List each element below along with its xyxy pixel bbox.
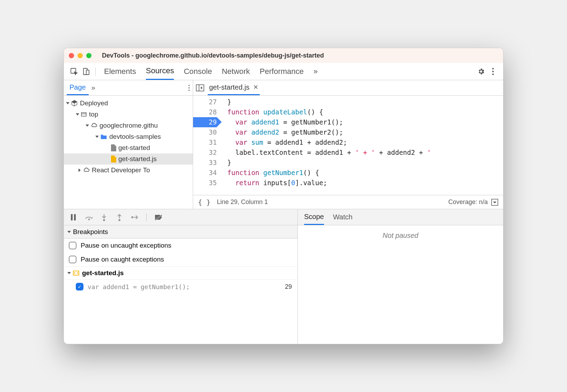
tree-react-ext[interactable]: React Developer To bbox=[64, 165, 193, 176]
tree-top[interactable]: top bbox=[64, 109, 193, 120]
svg-rect-15 bbox=[74, 214, 76, 220]
scope-tab[interactable]: Scope bbox=[304, 210, 324, 225]
script-icon bbox=[73, 271, 79, 276]
cloud-icon bbox=[90, 122, 97, 129]
page-tab[interactable]: Page bbox=[67, 81, 89, 95]
step-over-icon[interactable] bbox=[85, 213, 93, 221]
watch-tab[interactable]: Watch bbox=[333, 213, 353, 221]
code-lines[interactable]: }function updateLabel() { var addend1 = … bbox=[220, 96, 435, 195]
tree-domain[interactable]: googlechrome.githu bbox=[64, 120, 193, 131]
tree-folder[interactable]: devtools-samples bbox=[64, 131, 193, 142]
window-title: DevTools - googlechrome.github.io/devtoo… bbox=[102, 52, 324, 59]
breakpoint-file-header[interactable]: get-started.js bbox=[64, 266, 297, 280]
navigator-more-icon[interactable] bbox=[188, 85, 190, 91]
svg-point-8 bbox=[189, 90, 190, 91]
pause-uncaught-row[interactable]: Pause on uncaught exceptions bbox=[64, 239, 297, 252]
cloud-icon bbox=[83, 167, 90, 174]
deactivate-breakpoints-icon[interactable] bbox=[154, 213, 162, 221]
js-file-icon bbox=[111, 156, 116, 163]
step-icon[interactable] bbox=[131, 213, 139, 221]
tab-performance[interactable]: Performance bbox=[260, 63, 304, 80]
checkbox-checked-icon[interactable]: ✓ bbox=[76, 283, 83, 291]
navigator-overflow[interactable]: » bbox=[89, 81, 98, 95]
svg-point-17 bbox=[103, 219, 105, 221]
devtools-window: DevTools - googlechrome.github.io/devtoo… bbox=[64, 48, 503, 344]
device-toggle-icon[interactable] bbox=[80, 66, 92, 77]
cursor-position: Line 29, Column 1 bbox=[217, 198, 268, 206]
minimize-window-button[interactable] bbox=[78, 53, 83, 58]
svg-rect-9 bbox=[81, 113, 86, 116]
window-controls bbox=[69, 53, 91, 58]
pause-icon[interactable] bbox=[69, 213, 77, 221]
more-menu-icon[interactable] bbox=[487, 66, 499, 77]
debugger-right-panel: Scope Watch Not paused bbox=[298, 209, 503, 344]
settings-icon[interactable] bbox=[475, 66, 487, 77]
checkbox-unchecked-icon[interactable] bbox=[69, 256, 76, 263]
close-window-button[interactable] bbox=[69, 53, 74, 58]
svg-point-19 bbox=[131, 216, 133, 218]
code-editor: get-started.js ✕ 272829303132333435 }fun… bbox=[193, 80, 503, 209]
coverage-label: Coverage: n/a bbox=[448, 198, 488, 206]
file-tree: Deployed top googlechrome.githu devtools… bbox=[64, 96, 193, 209]
file-icon bbox=[111, 144, 116, 151]
tree-deployed[interactable]: Deployed bbox=[64, 98, 193, 109]
tab-network[interactable]: Network bbox=[222, 63, 250, 80]
editor-tabs: get-started.js ✕ bbox=[193, 80, 503, 96]
close-tab-icon[interactable]: ✕ bbox=[253, 83, 258, 91]
show-navigator-icon[interactable] bbox=[196, 84, 204, 91]
navigator-tabs: Page » bbox=[64, 80, 193, 96]
svg-point-18 bbox=[118, 219, 120, 221]
cube-icon bbox=[71, 100, 78, 107]
step-out-icon[interactable] bbox=[116, 213, 123, 221]
editor-status-bar: { } Line 29, Column 1 Coverage: n/a bbox=[193, 195, 503, 209]
svg-rect-2 bbox=[86, 70, 89, 75]
scope-watch-tabs: Scope Watch bbox=[298, 209, 503, 225]
step-into-icon[interactable] bbox=[100, 213, 108, 221]
tabs-overflow[interactable]: » bbox=[314, 63, 318, 80]
line-gutter[interactable]: 272829303132333435 bbox=[193, 96, 220, 195]
not-paused-message: Not paused bbox=[298, 225, 503, 344]
svg-point-6 bbox=[189, 85, 190, 86]
title-bar: DevTools - googlechrome.github.io/devtoo… bbox=[64, 48, 503, 63]
svg-point-5 bbox=[492, 73, 494, 75]
tab-sources[interactable]: Sources bbox=[146, 63, 174, 80]
tree-file-js[interactable]: get-started.js bbox=[64, 153, 193, 165]
svg-point-16 bbox=[88, 218, 90, 220]
file-tab[interactable]: get-started.js ✕ bbox=[208, 81, 260, 95]
debugger-left-panel: Breakpoints Pause on uncaught exceptions… bbox=[64, 209, 298, 344]
file-tab-label: get-started.js bbox=[209, 83, 250, 91]
navigator-pane: Page » Deployed top bbox=[64, 80, 193, 209]
tree-file-html[interactable]: get-started bbox=[64, 142, 193, 153]
maximize-window-button[interactable] bbox=[86, 53, 91, 58]
window-icon bbox=[81, 111, 87, 118]
pause-caught-row[interactable]: Pause on caught exceptions bbox=[64, 252, 297, 266]
checkbox-unchecked-icon[interactable] bbox=[69, 242, 76, 249]
breakpoint-entry[interactable]: ✓ var addend1 = getNumber1(); 29 bbox=[64, 280, 297, 294]
svg-point-3 bbox=[492, 68, 494, 69]
panel-tabs: Elements Sources Console Network Perform… bbox=[104, 63, 318, 80]
tab-elements[interactable]: Elements bbox=[104, 63, 136, 80]
debugger-toolbar bbox=[64, 209, 297, 225]
breakpoints-header[interactable]: Breakpoints bbox=[64, 225, 297, 239]
svg-rect-11 bbox=[196, 85, 204, 91]
code-area[interactable]: 272829303132333435 }function updateLabel… bbox=[193, 96, 503, 195]
svg-rect-14 bbox=[71, 214, 73, 220]
dropdown-icon[interactable] bbox=[491, 199, 498, 206]
folder-icon bbox=[100, 134, 107, 140]
inspect-element-icon[interactable] bbox=[68, 66, 80, 77]
svg-point-4 bbox=[492, 70, 494, 72]
main-tab-bar: Elements Sources Console Network Perform… bbox=[64, 63, 503, 80]
tab-console[interactable]: Console bbox=[184, 63, 212, 80]
svg-point-7 bbox=[189, 87, 190, 89]
format-icon[interactable]: { } bbox=[198, 198, 211, 206]
